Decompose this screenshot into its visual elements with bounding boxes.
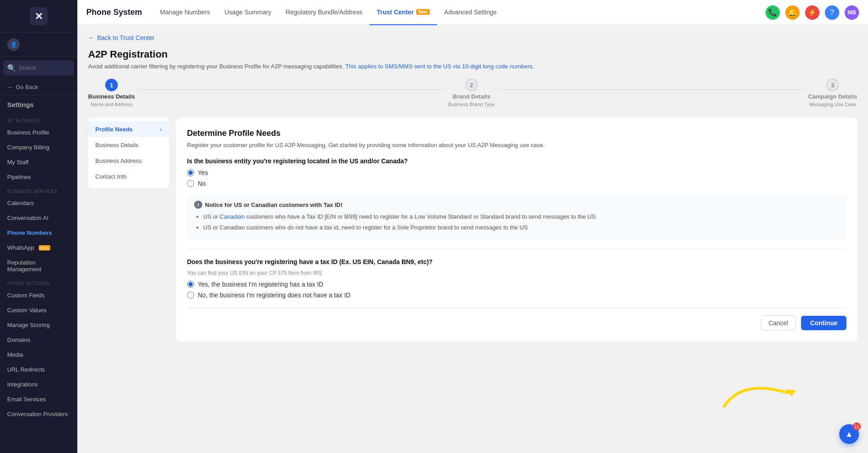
q2-option-no[interactable]: No, the business I'm registering does no… (187, 292, 846, 299)
sidebar-avatar: 👤 (0, 33, 77, 57)
sidebar-item-custom-fields[interactable]: Custom Fields (0, 288, 77, 303)
notice-bullet-2: US or Canadian customers who do not have… (203, 223, 839, 232)
sidebar-item-url-redirects[interactable]: URL Redirects (0, 362, 77, 377)
section-other-settings: OTHER SETTINGS (0, 277, 77, 288)
notice-bullet-1: US or Canadian customers who have a Tax … (203, 212, 839, 221)
sidebar-item-manage-scoring[interactable]: Manage Scoring (0, 318, 77, 332)
chevron-right-icon: › (160, 126, 162, 133)
question-2-label: Does the business you're registering hav… (187, 258, 846, 265)
description-link[interactable]: This applies to SMS/MMS sent to the US v… (345, 63, 534, 70)
sidebar-item-phone-numbers[interactable]: Phone Numbers (0, 225, 77, 240)
go-back-label: Go Back (16, 84, 38, 90)
notice-list: US or Canadian customers who have a Tax … (194, 212, 839, 232)
continue-button[interactable]: Continue (801, 316, 846, 330)
section-business-services: BUSINESS SERVICES (0, 184, 77, 196)
back-icon: ← (88, 34, 94, 41)
step-1-label: Business Details (88, 93, 135, 100)
section-my-business: MY BUSINESS (0, 114, 77, 125)
notification-icon-btn[interactable]: 🔔 (785, 5, 800, 20)
sidebar-item-conversation-ai[interactable]: Conversation AI (0, 211, 77, 225)
sidebar-item-my-staff[interactable]: My Staff (0, 155, 77, 170)
sidebar-item-calendars[interactable]: Calendars (0, 196, 77, 211)
search-bar[interactable]: 🔍 Ctrl X + (4, 60, 74, 76)
q1-radio-no[interactable] (187, 180, 194, 187)
step-1-sub: Name and Address (90, 102, 133, 107)
step-3-sub: Messaging Use Case (809, 102, 856, 107)
step-2-sub: Business Brand Type (448, 102, 495, 107)
page-heading: A2P Registration (88, 49, 857, 60)
notice-box: i Notice for US or Canadian customers wi… (187, 194, 846, 240)
page-subtext: Avoid additional carrier filtering by re… (88, 63, 857, 70)
header-left: Phone System Manage Numbers Usage Summar… (86, 0, 504, 25)
phone-icon-btn[interactable]: 📞 (766, 5, 780, 20)
subnav-business-details[interactable]: Business Details (88, 137, 169, 153)
sidebar-item-business-profile[interactable]: Business Profile (0, 125, 77, 140)
float-chat-icon: ▲ (845, 430, 853, 439)
notice-title: i Notice for US or Canadian customers wi… (194, 201, 839, 209)
step-2: 2 Brand Details Business Brand Type (448, 79, 495, 107)
question-2-sub: You can find your US EIN on your CP 575 … (187, 270, 846, 276)
header-right: 📞 🔔 ⚡ ? MB (766, 5, 859, 20)
q1-radio-yes[interactable] (187, 169, 194, 176)
sidebar-item-email-services[interactable]: Email Services (0, 392, 77, 407)
q2-option-yes[interactable]: Yes, the business I'm registering has a … (187, 281, 846, 288)
nav-trust-center[interactable]: Trust Center New (369, 0, 437, 25)
q2-radio-yes[interactable] (187, 281, 194, 288)
notice-link-canadian[interactable]: Canadian (220, 213, 245, 220)
step-2-label: Brand Details (453, 93, 490, 100)
step-3: 3 Campaign Details Messaging Use Case (808, 79, 857, 107)
q1-option-yes[interactable]: Yes (187, 169, 846, 176)
page-title: Phone System (86, 8, 142, 17)
subnav-business-address[interactable]: Business Address (88, 153, 169, 169)
subnav-contact-info[interactable]: Contact Info (88, 169, 169, 184)
settings-heading: Settings (0, 95, 77, 114)
sub-nav-card: Profile Needs › Business Details Busines… (88, 118, 169, 188)
sidebar-item-media[interactable]: Media (0, 347, 77, 362)
search-icon: 🔍 (7, 64, 16, 72)
nav-usage-summary[interactable]: Usage Summary (217, 0, 278, 25)
step-1-circle: 1 (105, 79, 118, 91)
help-icon-btn[interactable]: ? (825, 5, 839, 20)
float-chat-button[interactable]: ▲ 11 (839, 424, 859, 444)
step-1: 1 Business Details Name and Address (88, 79, 135, 107)
step-2-circle: 2 (465, 79, 478, 91)
info-icon: i (194, 201, 202, 209)
card-layout: Profile Needs › Business Details Busines… (88, 118, 857, 341)
whatsapp-beta-badge: beta (39, 245, 50, 251)
main-area: Phone System Manage Numbers Usage Summar… (77, 0, 868, 453)
svg-text:✕: ✕ (35, 11, 43, 22)
nav-regulatory-bundle[interactable]: Regulatory Bundle/Address (279, 0, 369, 25)
form-actions: Cancel Continue (187, 308, 846, 331)
form-title: Determine Profile Needs (187, 129, 846, 138)
alert-icon-btn[interactable]: ⚡ (805, 5, 819, 20)
nav-manage-numbers[interactable]: Manage Numbers (153, 0, 217, 25)
search-input[interactable] (19, 65, 77, 71)
step-line-2 (499, 90, 805, 90)
back-to-trust-center[interactable]: ← Back to Trust Center (88, 34, 857, 41)
back-arrow-icon: ← (7, 84, 13, 90)
trust-center-new-badge: New (416, 9, 430, 15)
subnav-profile-needs[interactable]: Profile Needs › (88, 121, 169, 137)
user-avatar: 👤 (7, 38, 20, 51)
user-initials-btn[interactable]: MB (845, 5, 859, 20)
q1-option-no[interactable]: No (187, 180, 846, 187)
step-line-1 (138, 90, 445, 90)
q2-radio-no[interactable] (187, 292, 194, 299)
sidebar-item-reputation-management[interactable]: Reputation Management (0, 255, 77, 277)
sidebar-item-pipelines[interactable]: Pipelines (0, 170, 77, 184)
sidebar: ✕ 👤 🔍 Ctrl X + ← Go Back Settings MY BUS… (0, 0, 77, 453)
step-3-circle: 3 (826, 79, 839, 91)
step-3-label: Campaign Details (808, 93, 857, 100)
sidebar-item-company-billing[interactable]: Company Billing (0, 140, 77, 155)
go-back-button[interactable]: ← Go Back (0, 79, 77, 95)
sidebar-item-whatsapp[interactable]: WhatsApp beta (0, 240, 77, 255)
top-header: Phone System Manage Numbers Usage Summar… (77, 0, 868, 25)
sidebar-item-conversation-providers[interactable]: Conversation Providers (0, 407, 77, 422)
cancel-button[interactable]: Cancel (761, 315, 796, 331)
sidebar-item-custom-values[interactable]: Custom Values (0, 303, 77, 318)
form-description: Register your customer profile for US A2… (187, 142, 846, 148)
sidebar-item-domains[interactable]: Domains (0, 332, 77, 347)
sidebar-item-integrations[interactable]: Integrations (0, 377, 77, 392)
divider (187, 249, 846, 249)
nav-advanced-settings[interactable]: Advanced Settings (437, 0, 504, 25)
